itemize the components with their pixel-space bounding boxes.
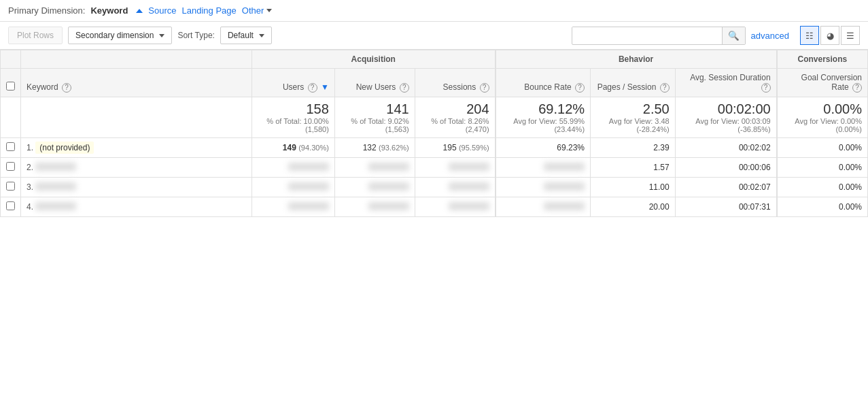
row-1-keyword-cell: 1. (not provided) (21, 137, 252, 157)
secondary-dimension-label: Secondary dimension (75, 31, 154, 40)
new-users-help-icon[interactable]: ? (400, 83, 409, 93)
users-label: Users (283, 82, 304, 92)
avg-session-help-icon[interactable]: ? (761, 83, 771, 93)
primary-dimension-bar: Primary Dimension: Keyword Source Landin… (0, 0, 868, 22)
sessions-help-icon[interactable]: ? (480, 83, 489, 93)
advanced-link[interactable]: advanced (751, 31, 789, 41)
select-all-checkbox-header[interactable] (1, 69, 21, 97)
row-2-avg-session-cell: 00:00:06 (675, 157, 776, 177)
totals-keyword-cell (21, 97, 252, 137)
row-4-new-users-cell (334, 197, 415, 216)
secondary-dimension-dropdown[interactable]: Secondary dimension (68, 27, 172, 44)
search-box: 🔍 (572, 27, 746, 45)
totals-checkbox-cell (1, 97, 21, 137)
row-3-avg-session-cell: 00:02:07 (675, 177, 776, 197)
keyword-label: Keyword (27, 82, 58, 92)
users-col-header[interactable]: Users ? ▼ (252, 69, 335, 97)
totals-new-users-value: 141 (341, 101, 409, 117)
totals-avg-session-value: 00:02:00 (681, 101, 771, 117)
row-2-sessions (449, 163, 489, 171)
users-help-icon[interactable]: ? (308, 83, 317, 93)
primary-dim-other[interactable]: Other (242, 5, 264, 16)
row-3-pages-session-cell: 11.00 (591, 177, 676, 197)
row-1-pages-session-cell: 2.39 (591, 137, 676, 157)
sort-type-arrow (259, 34, 264, 37)
row-3-checkbox[interactable] (6, 182, 15, 191)
totals-bounce-rate-cell: 69.12% Avg for View: 55.99% (23.44%) (496, 97, 591, 137)
totals-avg-session-cell: 00:02:00 Avg for View: 00:03:09 (-36.85%… (675, 97, 776, 137)
new-users-label: New Users (356, 82, 396, 92)
primary-dimension-label: Primary Dimension: (8, 5, 85, 16)
row-2-keyword-cell: 2. (21, 157, 252, 177)
bounce-rate-label: Bounce Rate (524, 82, 571, 92)
row-3-sessions-cell (415, 177, 495, 197)
sessions-col-header[interactable]: Sessions ? (415, 69, 495, 97)
row-2-num: 2. (27, 163, 35, 172)
row-3-num: 3. (27, 182, 35, 192)
row-1-goal-conversion-cell: 0.00% (777, 137, 868, 157)
row-3-new-users-cell (334, 177, 415, 197)
primary-dim-landing-page[interactable]: Landing Page (182, 5, 237, 16)
row-1-sessions-cell: 195 (95.59%) (415, 137, 495, 157)
select-all-checkbox[interactable] (6, 82, 15, 91)
primary-dim-source[interactable]: Source (148, 5, 176, 16)
row-3-goal-conversion-cell: 0.00% (777, 177, 868, 197)
search-button[interactable]: 🔍 (722, 27, 745, 44)
row-1-num: 1. (27, 143, 35, 152)
row-3-checkbox-cell (1, 177, 21, 197)
pie-view-button[interactable]: ◕ (820, 26, 839, 45)
acquisition-section-header: Acquisition (252, 50, 496, 69)
row-2-sessions-cell (415, 157, 495, 177)
sort-type-dropdown[interactable]: Default (220, 27, 272, 44)
avg-session-col-header[interactable]: Avg. Session Duration ? (675, 69, 776, 97)
totals-goal-conversion-cell: 0.00% Avg for View: 0.00% (0.00%) (777, 97, 868, 137)
row-2-checkbox[interactable] (6, 162, 15, 171)
row-3-sessions (449, 182, 489, 191)
table-row: 1. (not provided)149 (94.30%)132 (93.62%… (1, 137, 868, 157)
search-input[interactable] (572, 27, 722, 44)
keyword-help-icon[interactable]: ? (62, 83, 71, 93)
row-4-pages-session-cell: 20.00 (591, 197, 676, 216)
bounce-rate-col-header[interactable]: Bounce Rate ? (496, 69, 591, 97)
pages-session-help-icon[interactable]: ? (660, 83, 670, 93)
plot-rows-button[interactable]: Plot Rows (8, 27, 63, 44)
goal-conversion-col-header[interactable]: Goal Conversion Rate ? (777, 69, 868, 97)
row-4-users (288, 202, 329, 210)
pages-session-col-header[interactable]: Pages / Session ? (591, 69, 676, 97)
section-header-row: Acquisition Behavior Conversions (1, 50, 868, 69)
row-1-keyword[interactable]: (not provided) (35, 142, 94, 154)
keyword-caret (136, 9, 143, 13)
totals-goal-conversion-value: 0.00% (783, 101, 862, 117)
new-users-col-header[interactable]: New Users ? (334, 69, 415, 97)
totals-sessions-cell: 204 % of Total: 8.26% (2,470) (415, 97, 495, 137)
view-icons: ☷ ◕ ☰ (800, 26, 860, 45)
goal-conversion-help-icon[interactable]: ? (852, 83, 862, 93)
row-4-checkbox[interactable] (6, 201, 15, 210)
totals-sessions-value: 204 (421, 101, 489, 117)
totals-new-users-cell: 141 % of Total: 9.02% (1,563) (334, 97, 415, 137)
grid-view-button[interactable]: ☷ (800, 26, 819, 45)
row-4-avg-session-cell: 00:07:31 (675, 197, 776, 216)
totals-pages-session-value: 2.50 (596, 101, 670, 117)
list-view-button[interactable]: ☰ (841, 26, 860, 45)
table-row: 4. 20.0000:07:310.00% (1, 197, 868, 216)
row-1-sessions-pct: (95.59%) (459, 144, 489, 152)
column-header-row: Keyword ? Users ? ▼ New Users ? Sessions… (1, 69, 868, 97)
totals-users-cell: 158 % of Total: 10.00% (1,580) (252, 97, 335, 137)
row-4-sessions (449, 202, 489, 210)
data-table: Acquisition Behavior Conversions Keyword… (0, 50, 868, 217)
totals-new-users-sub: % of Total: 9.02% (1,563) (341, 117, 409, 133)
row-4-bounce-rate (544, 202, 585, 210)
table-container: Acquisition Behavior Conversions Keyword… (0, 50, 868, 217)
row-1-checkbox[interactable] (6, 142, 15, 151)
row-2-bounce-rate-cell (496, 157, 591, 177)
toolbar: Plot Rows Secondary dimension Sort Type:… (0, 22, 868, 50)
primary-dim-keyword[interactable]: Keyword (90, 5, 128, 16)
other-dropdown-arrow (266, 9, 272, 12)
totals-avg-session-sub: Avg for View: 00:03:09 (-36.85%) (681, 117, 771, 133)
row-1-new-users: 132 (363, 143, 377, 152)
row-3-users (288, 182, 329, 191)
sort-default-label: Default (228, 31, 254, 40)
bounce-rate-help-icon[interactable]: ? (575, 83, 585, 93)
row-2-users-cell (252, 157, 335, 177)
